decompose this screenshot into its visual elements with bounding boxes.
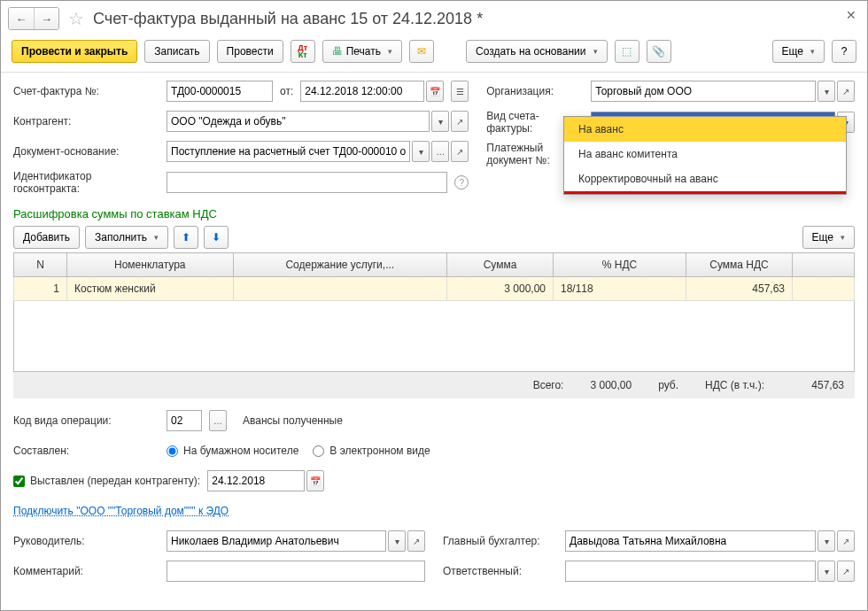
dtkt-button[interactable]: ДтКт — [291, 40, 315, 63]
from-label: от: — [280, 85, 293, 97]
total-label: Всего: — [533, 379, 564, 391]
op-code-input[interactable] — [167, 410, 202, 431]
invoice-type-dropdown: На аванс На аванс комитента Корректирово… — [563, 116, 847, 195]
calendar-icon[interactable]: 📅 — [426, 81, 444, 102]
edo-link[interactable]: Подключить "ООО ""Торговый дом""" к ЭДО — [13, 505, 229, 517]
select-icon[interactable]: ▾ — [818, 530, 835, 552]
table-more-button[interactable]: Еще — [802, 226, 855, 249]
list-icon[interactable]: … — [431, 141, 449, 162]
print-label: Печать — [346, 45, 381, 58]
dropdown-option[interactable]: Корректировочный на аванс — [564, 166, 846, 191]
currency-label: руб. — [658, 379, 678, 391]
vat-total-value: 457,63 — [791, 379, 844, 391]
col-vat-rate[interactable]: % НДС — [554, 253, 686, 277]
calendar-icon[interactable]: 📅 — [306, 470, 324, 491]
move-down-button[interactable]: ⬇ — [204, 226, 229, 249]
nav-buttons: ← → — [8, 7, 59, 30]
print-button[interactable]: 🖶 Печать — [322, 40, 402, 63]
basis-input[interactable] — [167, 141, 410, 162]
gov-contract-label: Идентификатор госконтракта: — [13, 170, 159, 195]
page-title: Счет-фактура выданный на аванс 15 от 24.… — [93, 10, 860, 28]
accountant-label: Главный бухгалтер: — [443, 535, 558, 547]
open-icon[interactable]: ↗ — [451, 141, 469, 162]
select-icon[interactable]: ▾ — [818, 81, 835, 102]
issued-date-input[interactable] — [207, 470, 305, 491]
col-extra — [793, 253, 855, 277]
col-service[interactable]: Содержание услуги,... — [233, 253, 446, 277]
close-icon[interactable]: ✕ — [846, 8, 856, 22]
open-icon[interactable]: ↗ — [451, 111, 469, 132]
cell-n: 1 — [14, 277, 67, 301]
responsible-input[interactable] — [565, 561, 816, 582]
move-up-button[interactable]: ⬆ — [174, 226, 198, 249]
op-code-label: Код вида операции: — [13, 414, 159, 427]
basis-label: Документ-основание: — [13, 145, 159, 158]
cell-service — [233, 277, 446, 301]
select-icon[interactable]: ▾ — [818, 561, 835, 582]
director-label: Руководитель: — [13, 535, 159, 547]
forward-button[interactable]: → — [34, 8, 58, 29]
open-icon[interactable]: ↗ — [837, 81, 855, 102]
create-based-button[interactable]: Создать на основании — [466, 40, 608, 63]
director-input[interactable] — [167, 530, 386, 552]
invoice-number-label: Счет-фактура №: — [13, 85, 159, 97]
op-code-desc: Авансы полученные — [243, 414, 343, 427]
open-icon[interactable]: ↗ — [407, 530, 425, 552]
vat-table: N Номенклатура Содержание услуги,... Сум… — [13, 252, 855, 301]
organization-label: Организация: — [486, 85, 584, 97]
cell-vat-rate: 18/118 — [554, 277, 686, 301]
select-icon[interactable]: ▾ — [388, 530, 406, 552]
op-code-select-button[interactable]: … — [209, 410, 227, 431]
electronic-radio[interactable]: В электронном виде — [313, 445, 430, 457]
cell-sum: 3 000,00 — [447, 277, 554, 301]
help-button[interactable]: ? — [832, 40, 856, 63]
total-value: 3 000,00 — [590, 379, 632, 391]
print-status-icon[interactable]: ☰ — [451, 81, 469, 102]
organization-input[interactable] — [591, 81, 816, 102]
paper-radio[interactable]: На бумажном носителе — [167, 445, 298, 457]
attach-button[interactable]: 📎 — [647, 40, 671, 63]
col-nomenclature[interactable]: Номенклатура — [67, 253, 234, 277]
table-empty-area — [13, 301, 855, 372]
select-icon[interactable]: ▾ — [412, 141, 430, 162]
composed-label: Составлен: — [13, 445, 159, 457]
back-button[interactable]: ← — [9, 8, 34, 29]
counterparty-input[interactable] — [167, 111, 430, 132]
table-row[interactable]: 1 Костюм женский 3 000,00 18/118 457,63 — [14, 277, 855, 301]
dropdown-highlight — [564, 191, 846, 194]
email-button[interactable]: ✉ — [409, 40, 434, 63]
open-icon[interactable]: ↗ — [837, 561, 855, 582]
comment-label: Комментарий: — [13, 565, 159, 577]
date-input[interactable] — [300, 81, 424, 102]
comment-input[interactable] — [167, 561, 425, 582]
totals-bar: Всего: 3 000,00 руб. НДС (в т.ч.): 457,6… — [13, 372, 855, 398]
structure-button[interactable]: ⬚ — [615, 40, 639, 63]
cell-vat-sum: 457,63 — [686, 277, 793, 301]
favorite-icon[interactable]: ☆ — [65, 8, 88, 29]
select-icon[interactable]: ▾ — [431, 111, 449, 132]
add-row-button[interactable]: Добавить — [13, 226, 80, 249]
gov-contract-input[interactable] — [167, 172, 447, 193]
post-and-close-button[interactable]: Провести и закрыть — [12, 40, 137, 63]
dropdown-option[interactable]: На аванс комитента — [564, 142, 846, 166]
vat-section-header: Расшифровка суммы по ставкам НДС — [13, 207, 855, 220]
fill-button[interactable]: Заполнить — [85, 226, 168, 249]
open-icon[interactable]: ↗ — [837, 530, 855, 552]
responsible-label: Ответственный: — [443, 565, 558, 577]
dropdown-option[interactable]: На аванс — [564, 117, 846, 142]
col-sum[interactable]: Сумма — [447, 253, 554, 277]
invoice-number-input[interactable] — [167, 81, 273, 102]
cell-nomenclature: Костюм женский — [67, 277, 234, 301]
issued-checkbox[interactable]: Выставлен (передан контрагенту): — [13, 475, 200, 487]
post-button[interactable]: Провести — [217, 40, 283, 63]
save-button[interactable]: Записать — [144, 40, 209, 63]
col-n[interactable]: N — [14, 253, 67, 277]
counterparty-label: Контрагент: — [13, 115, 159, 128]
col-vat-sum[interactable]: Сумма НДС — [686, 253, 793, 277]
more-button[interactable]: Еще — [772, 40, 825, 63]
accountant-input[interactable] — [565, 530, 816, 552]
vat-total-label: НДС (в т.ч.): — [705, 379, 764, 391]
help-icon[interactable]: ? — [454, 175, 469, 189]
